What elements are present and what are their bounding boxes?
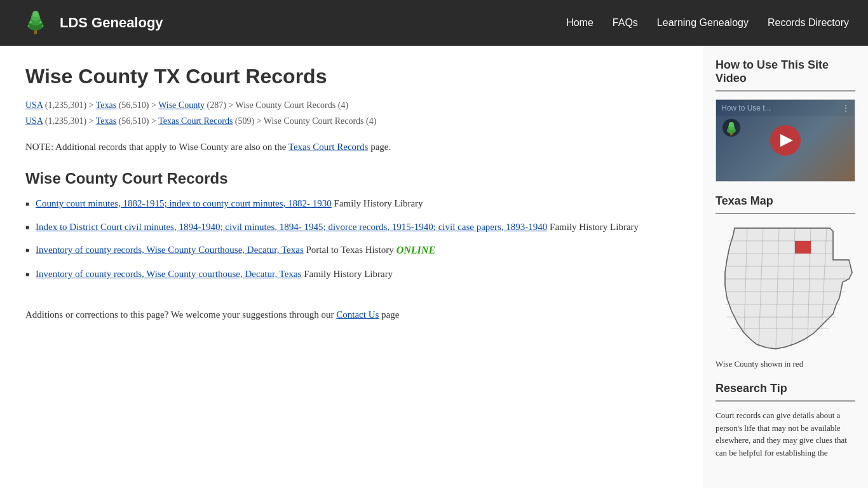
video-thumbnail[interactable]: How to Use t... ⋮: [715, 99, 855, 182]
video-section-title: How to Use This Site Video: [715, 58, 855, 85]
main-nav: Home FAQs Learning Genealogy Records Dir…: [566, 17, 849, 29]
texas-map-divider: [715, 213, 855, 214]
video-divider: [715, 90, 855, 92]
research-tip-title: Research Tip: [715, 382, 855, 395]
contact-us-link[interactable]: Contact Us: [336, 309, 379, 320]
breadcrumb-1: USA (1,235,301) > Texas (56,510) > Wise …: [25, 98, 677, 112]
research-tip-divider: [715, 400, 855, 402]
sidebar: How to Use This Site Video How to Use t.…: [703, 46, 868, 488]
note-text: NOTE: Additional records that apply to W…: [25, 139, 677, 154]
record-link-1[interactable]: County court minutes, 1882-1915; index t…: [36, 196, 332, 211]
texas-court-records-link[interactable]: Texas Court Records: [288, 142, 369, 152]
list-item: Inventory of county records, Wise County…: [25, 267, 677, 281]
online-badge: ONLINE: [397, 243, 435, 258]
breadcrumb-usa-1[interactable]: USA: [25, 100, 43, 110]
record-link-3[interactable]: Inventory of county records, Wise County…: [36, 243, 304, 257]
footer-note: Additions or corrections to this page? W…: [25, 307, 677, 322]
svg-point-14: [729, 122, 734, 127]
nav-records[interactable]: Records Directory: [768, 17, 849, 29]
svg-point-6: [29, 21, 32, 24]
records-list: County court minutes, 1882-1915; index t…: [25, 196, 677, 281]
main-content: Wise County TX Court Records USA (1,235,…: [0, 46, 703, 488]
list-item: Inventory of county records, Wise County…: [25, 243, 677, 258]
texas-outline: [725, 228, 852, 349]
video-section: How to Use This Site Video How to Use t.…: [715, 58, 855, 182]
svg-rect-29: [795, 241, 811, 254]
logo-icon: [19, 6, 52, 39]
site-header: LDS Genealogy Home FAQs Learning Genealo…: [0, 0, 868, 46]
list-item: Index to District Court civil minutes, 1…: [25, 220, 677, 234]
breadcrumb-texas-2[interactable]: Texas: [96, 116, 116, 126]
svg-point-9: [42, 25, 44, 27]
research-tip-text: Court records can give details about a p…: [715, 409, 855, 459]
breadcrumb-usa-2[interactable]: USA: [25, 116, 43, 126]
nav-home[interactable]: Home: [566, 17, 593, 29]
research-tip-section: Research Tip Court records can give deta…: [715, 382, 855, 459]
breadcrumb-wise-county[interactable]: Wise County: [158, 100, 205, 110]
texas-map-title: Texas Map: [715, 194, 855, 208]
list-item: County court minutes, 1882-1915; index t…: [25, 196, 677, 211]
breadcrumb-texas-court-records[interactable]: Texas Court Records: [158, 116, 233, 126]
page-title: Wise County TX Court Records: [25, 65, 677, 88]
breadcrumb-2: USA (1,235,301) > Texas (56,510) > Texas…: [25, 114, 677, 128]
record-link-4[interactable]: Inventory of county records, Wise County…: [36, 267, 301, 281]
record-link-2[interactable]: Index to District Court civil minutes, 1…: [36, 220, 547, 234]
texas-map-section: Texas Map: [715, 194, 855, 369]
records-section-heading: Wise County Court Records: [25, 170, 677, 187]
page-wrapper: Wise County TX Court Records USA (1,235,…: [0, 46, 868, 488]
texas-map: [715, 222, 855, 355]
logo-area[interactable]: LDS Genealogy: [19, 6, 163, 39]
texas-map-caption: Wise County shown in red: [715, 359, 855, 369]
nav-learning[interactable]: Learning Genealogy: [657, 17, 749, 29]
video-play-button[interactable]: [770, 125, 801, 156]
video-logo-icon: [722, 119, 740, 137]
svg-point-7: [39, 21, 42, 24]
breadcrumb-texas-1[interactable]: Texas: [96, 100, 116, 110]
svg-point-8: [28, 25, 30, 27]
svg-point-5: [32, 11, 39, 17]
nav-faqs[interactable]: FAQs: [613, 17, 638, 29]
logo-text: LDS Genealogy: [60, 15, 163, 31]
